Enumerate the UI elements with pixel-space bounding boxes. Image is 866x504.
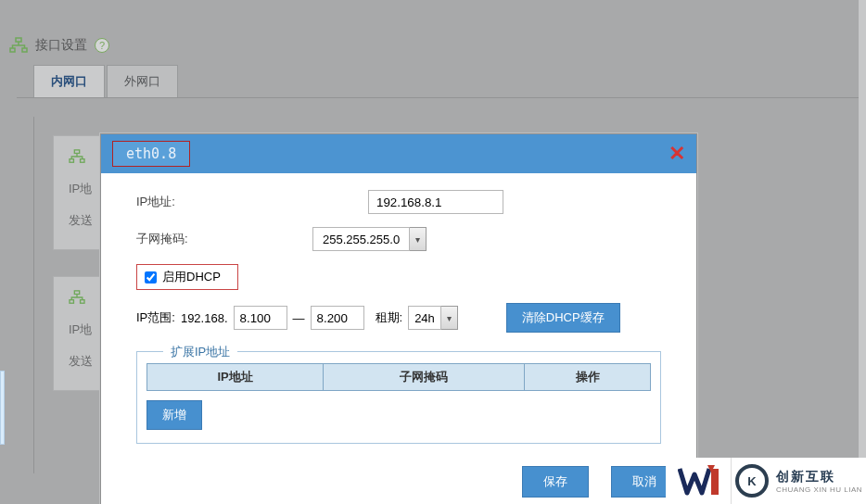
svg-rect-5 — [81, 159, 84, 163]
modal-titlebar[interactable]: eth0.8 ✕ — [101, 134, 696, 173]
save-button[interactable]: 保存 — [522, 466, 589, 498]
svg-rect-12 — [711, 469, 719, 495]
ip-label: IP地址: — [136, 194, 192, 210]
logo-name: 创新互联 — [776, 469, 862, 485]
extended-ip-fieldset: 扩展IP地址 IP地址 子网掩码 操作 新增 — [136, 351, 661, 444]
lease-value: 24h — [408, 306, 441, 330]
modal-footer: 保存 取消 — [101, 453, 696, 504]
help-icon[interactable]: ? — [95, 38, 109, 53]
dhcp-toggle-box: 启用DHCP — [136, 264, 238, 290]
range-label: IP范围: — [136, 309, 175, 326]
tabs: 内网口 外网口 — [33, 65, 866, 97]
dhcp-checkbox[interactable] — [145, 271, 157, 284]
modal-title: eth0.8 — [112, 141, 190, 167]
extended-ip-table: IP地址 子网掩码 操作 — [146, 363, 651, 391]
logo-sub: CHUANG XIN HU LIAN — [776, 485, 862, 494]
range-prefix: 192.168. — [181, 311, 228, 325]
col-mask: 子网掩码 — [324, 364, 525, 391]
tabs-row: 内网口 外网口 — [17, 65, 866, 98]
tab-inner[interactable]: 内网口 — [33, 65, 105, 97]
svg-rect-7 — [70, 300, 73, 304]
col-ip: IP地址 — [147, 364, 324, 391]
chevron-down-icon[interactable]: ▾ — [410, 227, 427, 251]
dhcp-label: 启用DHCP — [162, 269, 221, 285]
mask-value: 255.255.255.0 — [312, 227, 410, 251]
range-start-input[interactable] — [234, 306, 287, 330]
lease-select[interactable]: 24h ▾ — [408, 306, 458, 330]
close-icon[interactable]: ✕ — [669, 142, 685, 166]
svg-rect-8 — [81, 300, 84, 304]
network-icon — [69, 149, 85, 164]
side-accent — [0, 371, 5, 445]
vertical-scrollbar[interactable] — [859, 0, 866, 504]
network-icon — [69, 290, 85, 305]
modal-body: IP地址: 子网掩码: 255.255.255.0 ▾ 启用DHCP IP范围:… — [101, 173, 696, 453]
col-op: 操作 — [525, 364, 651, 391]
network-icon — [9, 37, 28, 54]
logo-ring-icon: K — [735, 464, 769, 498]
page-title: 接口设置 — [35, 37, 87, 54]
ip-input[interactable] — [368, 190, 503, 214]
svg-rect-4 — [70, 159, 73, 163]
lease-label: 租期: — [376, 309, 403, 326]
add-button[interactable]: 新增 — [146, 400, 202, 430]
mask-select[interactable]: 255.255.255.0 ▾ — [312, 227, 427, 251]
mask-label: 子网掩码: — [136, 231, 203, 247]
chevron-down-icon[interactable]: ▾ — [441, 306, 458, 330]
range-sep: — — [293, 311, 305, 325]
svg-rect-6 — [74, 291, 79, 295]
page-header: 接口设置 ? — [0, 0, 866, 65]
svg-rect-0 — [16, 38, 21, 42]
svg-rect-3 — [74, 150, 79, 154]
svg-rect-2 — [22, 48, 27, 52]
tab-outer[interactable]: 外网口 — [107, 65, 178, 97]
logo-chuangxin: K 创新互联 CHUANG XIN HU LIAN — [731, 458, 866, 504]
svg-rect-1 — [10, 48, 15, 52]
extended-ip-legend: 扩展IP地址 — [163, 344, 237, 360]
clear-dhcp-button[interactable]: 清除DHCP缓存 — [506, 303, 620, 333]
logo-w — [666, 458, 731, 504]
interface-edit-modal: eth0.8 ✕ IP地址: 子网掩码: 255.255.255.0 ▾ 启用D… — [100, 133, 697, 504]
footer-logos: K 创新互联 CHUANG XIN HU LIAN — [666, 458, 866, 504]
range-end-input[interactable] — [311, 306, 364, 330]
